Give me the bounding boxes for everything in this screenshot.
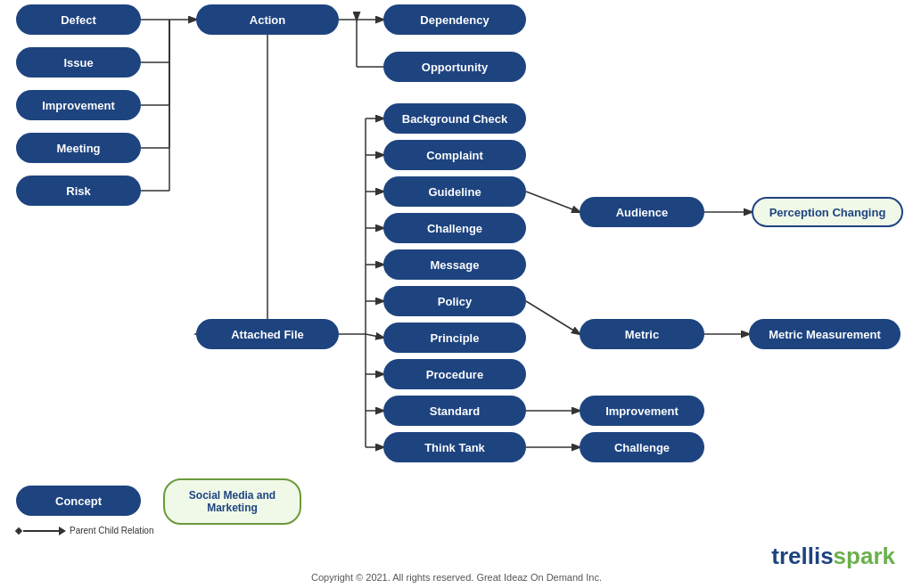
node-action: Action xyxy=(196,4,339,35)
node-social-media: Social Media and Marketing xyxy=(163,478,301,525)
legend-parent-child: Parent Child Relation xyxy=(16,526,154,535)
node-guideline: Guideline xyxy=(383,176,526,207)
logo-trellis: trellis xyxy=(771,543,833,569)
node-principle: Principle xyxy=(383,323,526,353)
node-concept: Concept xyxy=(16,486,141,516)
node-tt-challenge: Challenge xyxy=(580,432,704,462)
node-defect: Defect xyxy=(16,4,141,35)
node-std-improvement: Improvement xyxy=(580,396,704,426)
legend-arrow-icon xyxy=(59,527,66,535)
node-opportunity: Opportunity xyxy=(383,52,526,82)
node-message: Message xyxy=(383,249,526,280)
legend-line-segment xyxy=(23,530,59,532)
node-attached-file: Attached File xyxy=(196,319,339,349)
logo-spark: spark xyxy=(834,543,895,569)
footer-copyright: Copyright © 2021. All rights reserved. G… xyxy=(0,572,913,583)
node-audience: Audience xyxy=(580,197,704,227)
node-perception: Perception Changing xyxy=(752,197,903,227)
node-complaint: Complaint xyxy=(383,140,526,170)
svg-line-22 xyxy=(366,334,383,338)
node-improvement: Improvement xyxy=(16,90,141,120)
node-metric: Metric xyxy=(580,319,704,349)
node-procedure: Procedure xyxy=(383,359,526,389)
node-issue: Issue xyxy=(16,47,141,78)
node-standard: Standard xyxy=(383,396,526,426)
node-dependency: Dependency xyxy=(383,4,526,35)
diagram: Defect Issue Improvement Meeting Risk Ac… xyxy=(0,0,913,588)
node-meeting: Meeting xyxy=(16,133,141,163)
node-challenge: Challenge xyxy=(383,213,526,243)
trellispark-logo: trellisspark xyxy=(771,543,895,570)
node-metric-measurement: Metric Measurement xyxy=(749,319,901,349)
node-risk: Risk xyxy=(16,176,141,206)
legend-diamond-icon xyxy=(15,527,22,534)
node-bg-check: Background Check xyxy=(383,103,526,134)
legend-label: Parent Child Relation xyxy=(70,526,154,535)
svg-line-26 xyxy=(526,192,580,212)
node-think-tank: Think Tank xyxy=(383,432,526,462)
svg-line-28 xyxy=(526,301,580,334)
node-policy: Policy xyxy=(383,286,526,316)
